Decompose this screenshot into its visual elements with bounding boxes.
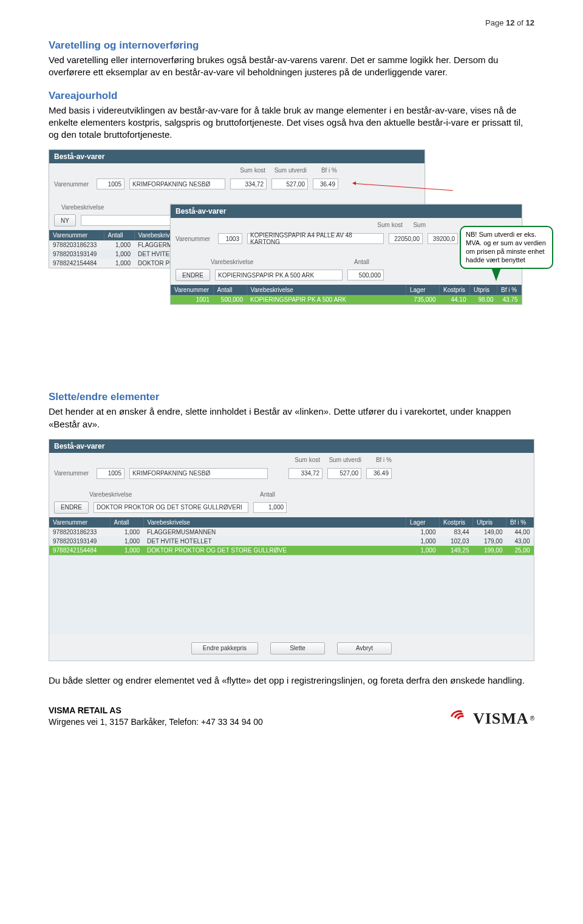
line-antall-field[interactable]: 1,000 xyxy=(253,502,287,513)
section-varetelling-title: Varetelling og internoverføring xyxy=(49,39,534,52)
slette-button[interactable]: Slette xyxy=(270,642,325,654)
label-varebeskrivelse: Varebeskrivelse xyxy=(61,204,116,211)
line-beskrivelse-field[interactable]: KOPIERINGSPAPIR PK A 500 ARK xyxy=(215,270,343,280)
line-beskrivelse-field[interactable]: DOKTOR PROKTOR OG DET STORE GULLRØVERI xyxy=(94,502,248,513)
footer-company-name: VISMA RETAIL AS xyxy=(49,705,263,716)
big-grid: Varenummer Antall Varebeskrivelse Lager … xyxy=(49,517,534,555)
label-sum-utverdi: Sum utverdi xyxy=(270,167,307,174)
section-slette-body: Det hender at en ønsker å endre, slette … xyxy=(49,406,534,430)
footer-address: Wirgenes vei 1, 3157 Barkåker, Telefon: … xyxy=(49,716,263,728)
visma-logo: VISMA® xyxy=(450,710,534,728)
front-grid: Varenummer Antall Varebeskrivelse Lager … xyxy=(171,285,522,304)
sum-utverdi-field[interactable]: 527,00 xyxy=(271,178,308,189)
ny-button[interactable]: NY xyxy=(54,214,76,226)
beskrivelse-field[interactable]: KRIMFORPAKNING NESBØ xyxy=(129,468,268,479)
section-slette-title: Slette/endre elementer xyxy=(49,391,534,403)
panel-title: Bestå-av-varer xyxy=(49,440,534,453)
section-slette-footer-body: Du både sletter og endrer elementet ved … xyxy=(49,674,534,687)
section-varetelling-body: Ved varetelling eller internoverføring b… xyxy=(49,54,534,79)
endre-button[interactable]: ENDRE xyxy=(54,501,89,514)
sum-utverdi-field[interactable]: 527,00 xyxy=(327,468,361,479)
table-row-selected[interactable]: 1001 500,000 KOPIERINGSPAPIR PK A 500 AR… xyxy=(171,295,522,304)
beskrivelse-field[interactable]: KOPIERINGSPAPIR A4 PALLE AV 48 KARTONG xyxy=(247,233,384,244)
callout-note: NB! Sum utverdi er eks. MVA. og er sum a… xyxy=(460,226,553,269)
visma-swoosh-icon xyxy=(450,710,472,727)
section-vareajourhold-title: Vareajourhold xyxy=(49,90,534,102)
varenummer-field[interactable]: 1003 xyxy=(218,233,242,244)
sum-utverdi-field[interactable]: 39200,0 xyxy=(428,233,458,244)
avbryt-button[interactable]: Avbryt xyxy=(337,642,392,654)
footer-company-block: VISMA RETAIL AS Wirgenes vei 1, 3157 Bar… xyxy=(49,705,263,728)
table-row-selected[interactable]: 97882421544841,000DOKTOR PROKTOR OG DET … xyxy=(49,546,534,555)
empty-grid-area xyxy=(49,555,534,635)
table-row[interactable]: 97882031931491,000DET HVITE HOTELLET 1,0… xyxy=(49,537,534,546)
bf-field[interactable]: 36.49 xyxy=(366,468,392,479)
bf-field[interactable]: 36.49 xyxy=(313,178,338,189)
sum-kost-field[interactable]: 22050,00 xyxy=(389,233,423,244)
label-sum-kost: Sum kost xyxy=(229,167,265,174)
endre-pakkepris-button[interactable]: Endre pakkepris xyxy=(191,642,258,654)
label-varenummer: Varenummer xyxy=(54,181,92,188)
registered-icon: ® xyxy=(530,715,534,722)
endre-button[interactable]: ENDRE xyxy=(176,269,210,281)
sum-kost-field[interactable]: 334,72 xyxy=(288,468,322,479)
section-vareajourhold-body: Med basis i videreutviklingen av består-… xyxy=(49,104,534,141)
visma-logo-text: VISMA xyxy=(473,710,529,728)
line-antall-field[interactable]: 500,000 xyxy=(347,270,384,280)
varenummer-field[interactable]: 1005 xyxy=(97,468,124,479)
varenummer-field[interactable]: 1005 xyxy=(97,178,124,189)
panel-title: Bestå-av-varer xyxy=(49,150,424,163)
screenshot-big-panel: Bestå-av-varer Sum kost Sum utverdi Bf i… xyxy=(49,439,534,661)
page-number-header: Page 12 of 12 xyxy=(49,18,534,27)
beskrivelse-field[interactable]: KRIMFORPAKNING NESBØ xyxy=(129,178,225,189)
panel-title: Bestå-av-varer xyxy=(171,205,522,218)
table-row[interactable]: 97882031862331,000FLAGGERMUSMANNEN 1,000… xyxy=(49,528,534,537)
sum-kost-field[interactable]: 334,72 xyxy=(230,178,267,189)
label-bf-pct: Bf i % xyxy=(312,167,337,174)
screenshot-front-panel: Bestå-av-varer Sum kost Sum Varenummer 1… xyxy=(170,204,522,305)
